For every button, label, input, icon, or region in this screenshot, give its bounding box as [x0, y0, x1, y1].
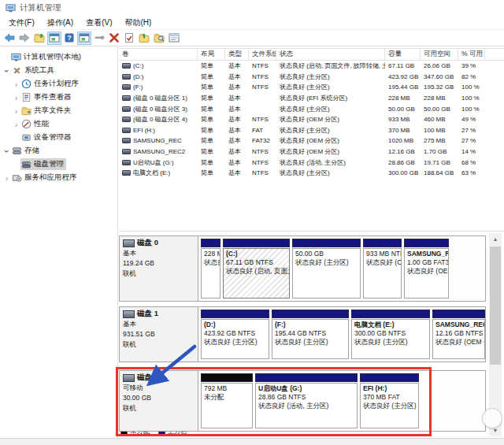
navigate-up-folder-button[interactable]	[32, 32, 46, 45]
tree-node[interactable]: 任务计划程序	[20, 78, 81, 90]
column-header-3[interactable]: 文件系统	[249, 49, 276, 60]
chevron-expanded-icon[interactable]: ›	[2, 66, 12, 75]
properties-button[interactable]	[167, 32, 181, 45]
chevron-expanded-icon[interactable]: ›	[2, 146, 12, 155]
table-row[interactable]: SAMSUNG_REC2简单基本NTFS状态良好 (OEM 分区)12.16 G…	[119, 146, 504, 158]
tree-node[interactable]: 计算机管理(本地)	[10, 51, 83, 63]
scrollbar-thumb[interactable]	[490, 247, 501, 365]
forward-button[interactable]	[17, 32, 32, 45]
vertical-scrollbar[interactable]: ▲ ▼	[489, 233, 502, 436]
column-header-1[interactable]: 布局	[198, 49, 225, 60]
sidebar-item-0[interactable]: 计算机管理(本地)	[0, 50, 117, 64]
table-row[interactable]: (F:)简单基本NTFS状态良好 (主分区)195.44 GB195.32 GB…	[119, 82, 504, 93]
partition-(C:)[interactable]: (C:)67.11 GB NTFS状态良好 (启动, 页面文件	[223, 239, 290, 299]
sidebar-item-3[interactable]: ›事件查看器	[0, 91, 117, 104]
tree-node[interactable]: 共享文件夹	[20, 105, 74, 117]
chevron-collapsed-icon[interactable]: ›	[12, 120, 20, 129]
chevron-collapsed-icon[interactable]: ›	[2, 173, 11, 183]
partition-size: 228 MB	[204, 250, 217, 258]
chevron-collapsed-icon[interactable]: ›	[12, 93, 20, 102]
sidebar-item-9[interactable]: ›服务和应用程序	[0, 171, 117, 184]
partition-name: 电脑文档 (E:)	[354, 321, 427, 329]
table-row[interactable]: SAMSUNG_REC简单基本FAT32状态良好 (OEM 分区)1020 MB…	[119, 135, 504, 146]
partition-SAMSUNG_REC2[interactable]: SAMSUNG_REC212.16 GB NTFS状态良好 (OEM 分区)	[432, 310, 485, 359]
partition-body[interactable]: 933 MB NTFS状态良好 (OEM 分区)	[363, 248, 402, 299]
menu-item-1[interactable]: 操作(A)	[41, 16, 80, 30]
table-row[interactable]: (磁盘 0 磁盘分区 3)简单基本状态良好 (主分区)50.00 GB50.00…	[119, 103, 504, 114]
disk-status: 联机	[123, 269, 195, 279]
partition-name: U启动U盘 (G:)	[258, 384, 354, 393]
partition-body[interactable]: EFI (H:)370 MB FAT状态良好 (主分区)	[360, 383, 419, 428]
console-tree-button[interactable]	[47, 32, 61, 45]
partition-U启动U盘 (G:)[interactable]: U启动U盘 (G:)28.86 GB NTFS状态良好 (活动, 主分区)	[255, 373, 358, 428]
partition-SAMSUNG_REC[interactable]: SAMSUNG_REC1.00 GB FAT32状态良好 (OEM 分区)	[404, 239, 449, 299]
sidebar-item-7[interactable]: ›存储	[0, 144, 117, 158]
cell-% 可用: 100 %	[458, 106, 485, 113]
partition-body[interactable]: U启动U盘 (G:)28.86 GB NTFS状态良好 (活动, 主分区)	[255, 383, 358, 428]
tree-node[interactable]: 设备管理器	[20, 132, 74, 143]
menu-item-3[interactable]: 帮助(H)	[118, 16, 158, 30]
partition-body[interactable]: (F:)195.44 GB NTFS状态良好 (主分区)	[272, 319, 349, 359]
menu-item-0[interactable]: 文件(F)	[2, 16, 41, 30]
table-row[interactable]: (D:)简单基本NTFS状态良好 (主分区)423.92 GB347.60 GB…	[119, 72, 504, 83]
tree-node[interactable]: 存储	[11, 145, 42, 157]
partition-状态良好[interactable]: 228 MB状态良好	[201, 239, 220, 299]
partition-状态良好 (OEM 分区)[interactable]: 933 MB NTFS状态良好 (OEM 分区)	[363, 239, 402, 299]
chevron-collapsed-icon[interactable]: ›	[12, 80, 20, 89]
partition-body[interactable]: 电脑文档 (E:)300.00 GB NTFS状态良好 (主分区)	[351, 319, 430, 359]
partition-(F:)[interactable]: (F:)195.44 GB NTFS状态良好 (主分区)	[272, 310, 349, 359]
partition-body[interactable]: 50.00 GB状态良好 (主分区)	[292, 248, 361, 299]
column-header-0[interactable]: 卷	[119, 49, 198, 60]
partition-(D:)[interactable]: (D:)423.92 GB NTFS状态良好 (主分区)	[201, 310, 269, 359]
column-header-6[interactable]: 可用空间	[421, 49, 458, 60]
sidebar-item-8[interactable]: 磁盘管理	[0, 158, 117, 171]
cell-容量: 228 MB	[385, 95, 421, 102]
upload-folder-button[interactable]	[137, 32, 151, 45]
partition-电脑文档 (E:)[interactable]: 电脑文档 (E:)300.00 GB NTFS状态良好 (主分区)	[351, 310, 430, 359]
table-row[interactable]: (磁盘 0 磁盘分区 1)简单基本状态良好 (EFI 系统分区)228 MB22…	[119, 93, 504, 104]
partition-body[interactable]: SAMSUNG_REC1.00 GB FAT32状态良好 (OEM 分区)	[404, 248, 449, 299]
menu-item-2[interactable]: 查看(V)	[80, 16, 118, 30]
tree-node[interactable]: 性能	[20, 118, 51, 130]
search-folder-button[interactable]	[152, 32, 166, 45]
partition-zone: (D:)423.92 GB NTFS状态良好 (主分区)(F:)195.44 G…	[198, 307, 485, 362]
chevron-collapsed-icon[interactable]: ›	[12, 106, 20, 116]
sidebar-item-5[interactable]: ›性能	[0, 117, 117, 131]
table-row[interactable]: EFI (H:)简单基本FAT状态良好 (主分区)370 MB100 MB27 …	[119, 125, 504, 136]
tree-node[interactable]: 事件查看器	[20, 91, 74, 103]
partition-body[interactable]: (C:)67.11 GB NTFS状态良好 (启动, 页面文件	[223, 248, 290, 299]
column-header-5[interactable]: 容量	[385, 49, 421, 60]
delete-button[interactable]	[107, 32, 121, 45]
disk-label[interactable]: 磁盘 2可移动30.00 GB联机	[120, 371, 198, 431]
disk-label[interactable]: 磁盘 0基本119.24 GB联机	[120, 236, 198, 301]
partition-未分配[interactable]: 792 MB未分配	[201, 373, 253, 428]
show-console-button[interactable]	[77, 32, 91, 45]
back-button[interactable]	[2, 32, 17, 45]
export-button[interactable]	[92, 32, 106, 45]
column-header-7[interactable]: % 可用	[458, 49, 485, 60]
partition-body[interactable]: (D:)423.92 GB NTFS状态良好 (主分区)	[201, 319, 269, 359]
sidebar-item-2[interactable]: ›任务计划程序	[0, 77, 117, 91]
sidebar-item-4[interactable]: ›共享文件夹	[0, 104, 117, 117]
sidebar-item-1[interactable]: ›系统工具	[0, 64, 117, 77]
sidebar-item-6[interactable]: 设备管理器	[0, 131, 117, 144]
partition-body[interactable]: 792 MB未分配	[201, 383, 253, 428]
disk-name: 磁盘 1	[123, 309, 195, 319]
table-row[interactable]: (磁盘 0 磁盘分区 4)简单基本NTFS状态良好 (OEM 分区)933 MB…	[119, 114, 504, 125]
tree-node[interactable]: 服务和应用程序	[11, 172, 80, 184]
disk-label[interactable]: 磁盘 1基本931.51 GB联机	[120, 307, 198, 362]
column-header-2[interactable]: 类型	[225, 49, 249, 60]
partition-EFI (H:)[interactable]: EFI (H:)370 MB FAT状态良好 (主分区)	[360, 373, 419, 428]
help-button[interactable]: ?	[62, 32, 76, 45]
scroll-up-button[interactable]: ▲	[489, 233, 502, 245]
table-row[interactable]: U启动U盘 (G:)简单基本NTFS状态良好 (活动, 主分区)28.86 GB…	[119, 157, 504, 168]
column-header-4[interactable]: 状态	[276, 49, 385, 60]
check-doc-button[interactable]	[122, 32, 136, 45]
tree-node[interactable]: 系统工具	[11, 65, 57, 76]
tree-node[interactable]: 磁盘管理	[20, 158, 66, 170]
partition-body[interactable]: SAMSUNG_REC212.16 GB NTFS状态良好 (OEM 分区)	[432, 319, 485, 359]
table-row[interactable]: 电脑文档 (E:)简单基本NTFS状态良好 (主分区)300.00 GB188.…	[119, 168, 504, 179]
partition-状态良好 (主分区)[interactable]: 50.00 GB状态良好 (主分区)	[292, 239, 361, 299]
partition-body[interactable]: 228 MB状态良好	[201, 248, 220, 299]
table-row[interactable]: (C:)简单基本NTFS状态良好 (启动, 页面文件, 故障转储, 主分区)67…	[119, 61, 504, 72]
